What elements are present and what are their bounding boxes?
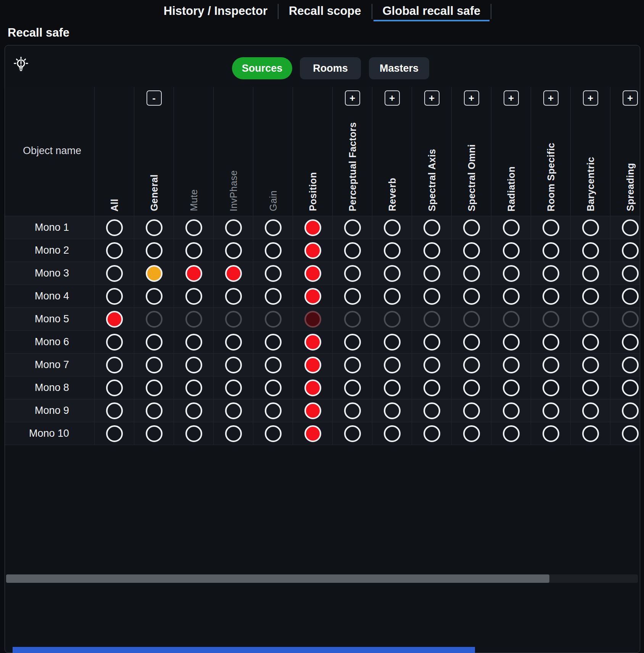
cell-mono-4-room-specific[interactable] [531, 285, 570, 307]
tab-history-inspector[interactable]: History / Inspector [153, 0, 278, 22]
cell-mono-8-room-specific[interactable] [531, 376, 570, 399]
cell-mono-5-position[interactable] [293, 308, 332, 330]
collapse-button-general[interactable]: - [147, 90, 162, 106]
cell-mono-2-all[interactable] [94, 239, 134, 262]
cell-mono-7-spectral-axis[interactable] [412, 354, 451, 376]
cell-mono-3-general[interactable] [134, 262, 174, 285]
cell-mono-9-gain[interactable] [253, 399, 293, 422]
cell-mono-1-mute[interactable] [174, 216, 213, 239]
cell-mono-7-mute[interactable] [174, 354, 213, 376]
cell-mono-8-radiation[interactable] [491, 376, 531, 399]
cell-mono-5-radiation[interactable] [491, 308, 531, 330]
cell-mono-10-barycentric[interactable] [570, 422, 610, 445]
tab-global-recall-safe[interactable]: Global recall safe [372, 0, 491, 22]
sources-button[interactable]: Sources [232, 57, 292, 79]
cell-mono-9-mute[interactable] [174, 399, 213, 422]
cell-mono-7-perceptual-factors[interactable] [332, 354, 372, 376]
cell-mono-6-perceptual-factors[interactable] [332, 331, 372, 353]
cell-mono-3-barycentric[interactable] [570, 262, 610, 285]
cell-mono-7-spreading[interactable] [610, 354, 640, 376]
cell-mono-2-spreading[interactable] [610, 239, 640, 262]
cell-mono-5-barycentric[interactable] [570, 308, 610, 330]
cell-mono-7-invphase[interactable] [213, 354, 253, 376]
cell-mono-7-gain[interactable] [253, 354, 293, 376]
cell-mono-8-spreading[interactable] [610, 376, 640, 399]
cell-mono-2-mute[interactable] [174, 239, 213, 262]
cell-mono-5-spectral-omni[interactable] [451, 308, 491, 330]
expand-button-spreading[interactable]: + [623, 90, 638, 106]
cell-mono-7-room-specific[interactable] [531, 354, 570, 376]
cell-mono-8-position[interactable] [293, 376, 332, 399]
cell-mono-1-general[interactable] [134, 216, 174, 239]
cell-mono-9-spectral-omni[interactable] [451, 399, 491, 422]
cell-mono-2-barycentric[interactable] [570, 239, 610, 262]
cell-mono-2-spectral-axis[interactable] [412, 239, 451, 262]
cell-mono-8-mute[interactable] [174, 376, 213, 399]
cell-mono-10-spectral-axis[interactable] [412, 422, 451, 445]
cell-mono-8-gain[interactable] [253, 376, 293, 399]
cell-mono-1-position[interactable] [293, 216, 332, 239]
cell-mono-9-room-specific[interactable] [531, 399, 570, 422]
masters-button[interactable]: Masters [369, 57, 429, 79]
cell-mono-5-spectral-axis[interactable] [412, 308, 451, 330]
cell-mono-2-general[interactable] [134, 239, 174, 262]
cell-mono-10-radiation[interactable] [491, 422, 531, 445]
expand-button-spectral-axis[interactable]: + [424, 90, 440, 106]
cell-mono-6-barycentric[interactable] [570, 331, 610, 353]
cell-mono-2-radiation[interactable] [491, 239, 531, 262]
cell-mono-3-position[interactable] [293, 262, 332, 285]
cell-mono-2-position[interactable] [293, 239, 332, 262]
expand-button-barycentric[interactable]: + [583, 90, 598, 106]
expand-button-perceptual-factors[interactable]: + [345, 90, 360, 106]
cell-mono-1-reverb[interactable] [372, 216, 412, 239]
expand-button-room-specific[interactable]: + [543, 90, 559, 106]
cell-mono-3-all[interactable] [94, 262, 134, 285]
cell-mono-9-spreading[interactable] [610, 399, 640, 422]
cell-mono-4-spectral-axis[interactable] [412, 285, 451, 307]
cell-mono-8-general[interactable] [134, 376, 174, 399]
cell-mono-4-perceptual-factors[interactable] [332, 285, 372, 307]
cell-mono-7-radiation[interactable] [491, 354, 531, 376]
cell-mono-9-perceptual-factors[interactable] [332, 399, 372, 422]
cell-mono-2-invphase[interactable] [213, 239, 253, 262]
cell-mono-6-spectral-omni[interactable] [451, 331, 491, 353]
cell-mono-6-gain[interactable] [253, 331, 293, 353]
horizontal-scrollbar[interactable] [6, 574, 638, 583]
cell-mono-8-perceptual-factors[interactable] [332, 376, 372, 399]
cell-mono-5-room-specific[interactable] [531, 308, 570, 330]
cell-mono-9-reverb[interactable] [372, 399, 412, 422]
cell-mono-10-general[interactable] [134, 422, 174, 445]
cell-mono-7-position[interactable] [293, 354, 332, 376]
cell-mono-4-barycentric[interactable] [570, 285, 610, 307]
cell-mono-6-mute[interactable] [174, 331, 213, 353]
cell-mono-3-gain[interactable] [253, 262, 293, 285]
cell-mono-10-room-specific[interactable] [531, 422, 570, 445]
cell-mono-7-spectral-omni[interactable] [451, 354, 491, 376]
cell-mono-8-spectral-omni[interactable] [451, 376, 491, 399]
cell-mono-4-reverb[interactable] [372, 285, 412, 307]
cell-mono-5-reverb[interactable] [372, 308, 412, 330]
cell-mono-9-spectral-axis[interactable] [412, 399, 451, 422]
cell-mono-5-all[interactable] [94, 308, 134, 330]
cell-mono-4-general[interactable] [134, 285, 174, 307]
cell-mono-3-radiation[interactable] [491, 262, 531, 285]
cell-mono-9-radiation[interactable] [491, 399, 531, 422]
expand-button-reverb[interactable]: + [385, 90, 400, 106]
cell-mono-10-perceptual-factors[interactable] [332, 422, 372, 445]
cell-mono-3-spreading[interactable] [610, 262, 640, 285]
cell-mono-8-spectral-axis[interactable] [412, 376, 451, 399]
cell-mono-9-invphase[interactable] [213, 399, 253, 422]
cell-mono-9-position[interactable] [293, 399, 332, 422]
cell-mono-4-all[interactable] [94, 285, 134, 307]
cell-mono-4-position[interactable] [293, 285, 332, 307]
cell-mono-4-mute[interactable] [174, 285, 213, 307]
cell-mono-6-spectral-axis[interactable] [412, 331, 451, 353]
cell-mono-10-mute[interactable] [174, 422, 213, 445]
cell-mono-5-mute[interactable] [174, 308, 213, 330]
scrollbar-thumb[interactable] [6, 574, 549, 583]
cell-mono-6-spreading[interactable] [610, 331, 640, 353]
cell-mono-5-invphase[interactable] [213, 308, 253, 330]
cell-mono-2-room-specific[interactable] [531, 239, 570, 262]
cell-mono-5-spreading[interactable] [610, 308, 640, 330]
cell-mono-9-all[interactable] [94, 399, 134, 422]
